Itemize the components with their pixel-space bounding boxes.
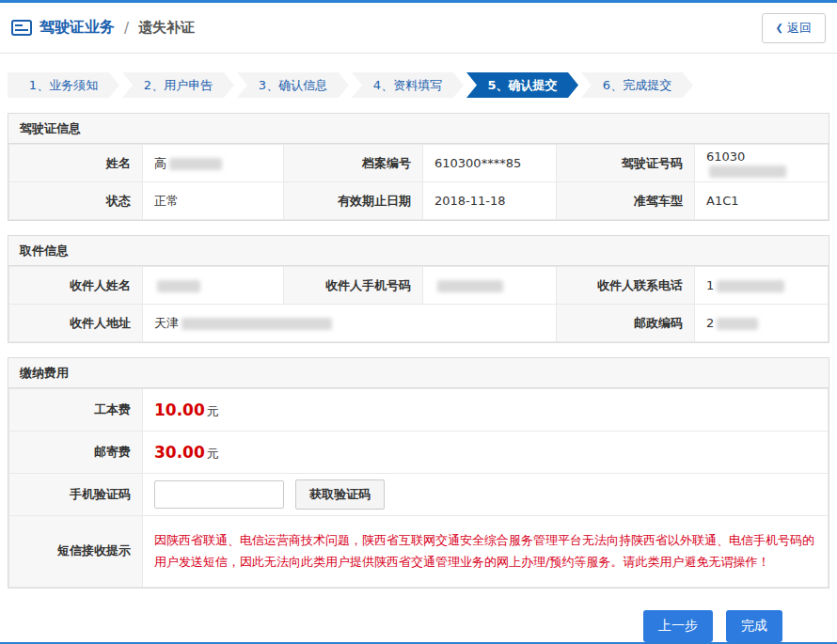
name-value: 高 — [143, 145, 284, 182]
recipient-phone-text: 1 — [706, 278, 714, 292]
page-subtitle: 遗失补证 — [138, 19, 195, 37]
title-separator: / — [124, 20, 129, 37]
sms-code-input[interactable] — [154, 480, 284, 509]
payment-section-title: 缴纳费用 — [8, 358, 829, 388]
license-number-text: 61030 — [706, 149, 745, 164]
postal-code-text: 2 — [706, 316, 714, 330]
breadcrumb: 驾驶证业务 / 遗失补证 — [11, 18, 195, 38]
production-fee-value: 10.00元 — [143, 389, 829, 432]
table-row: 收件人地址 天津 邮政编码 2 — [9, 305, 829, 342]
license-info-table: 姓名 高 档案编号 610300****85 驾驶证号码 61030 状态 正常… — [8, 144, 829, 220]
redacted-text — [717, 280, 784, 292]
payment-section: 缴纳费用 工本费 10.00元 邮寄费 30.00元 手机验证码 获取验证码 短… — [8, 357, 829, 589]
postage-fee-label: 邮寄费 — [9, 432, 143, 474]
sms-notice-text: 因陕西省联通、电信运营商技术问题，陕西省互联网交通安全综合服务管理平台无法向持陕… — [154, 529, 816, 573]
postal-code-label: 邮政编码 — [557, 305, 695, 342]
table-row: 手机验证码 获取验证码 — [9, 474, 829, 516]
step-tab-2[interactable]: 2、用户申告 — [122, 72, 234, 98]
postage-fee-unit: 元 — [207, 447, 219, 461]
step-wizard: 1、业务须知 2、用户申告 3、确认信息 4、资料填写 5、确认提交 6、完成提… — [8, 72, 696, 98]
license-info-section: 驾驶证信息 姓名 高 档案编号 610300****85 驾驶证号码 61030… — [8, 113, 829, 221]
step-tab-6[interactable]: 6、完成提交 — [581, 72, 693, 98]
recipient-name-label: 收件人姓名 — [9, 267, 143, 305]
step-tab-1[interactable]: 1、业务须知 — [8, 72, 119, 98]
payment-table: 工本费 10.00元 邮寄费 30.00元 手机验证码 获取验证码 短信接收提示… — [8, 388, 829, 588]
expiry-label: 有效期止日期 — [284, 182, 423, 220]
sms-code-cell: 获取验证码 — [143, 474, 829, 516]
postage-fee-value: 30.00元 — [143, 432, 829, 474]
name-value-text: 高 — [154, 156, 166, 170]
chevron-left-icon: ❮ — [776, 23, 783, 33]
previous-step-button[interactable]: 上一步 — [643, 610, 713, 642]
file-number-label: 档案编号 — [284, 145, 423, 182]
license-number-value: 61030 — [695, 145, 829, 182]
postal-code-value: 2 — [695, 305, 829, 342]
vehicle-type-value: A1C1 — [695, 182, 829, 220]
redacted-text — [437, 280, 503, 292]
status-value: 正常 — [143, 182, 284, 220]
file-number-value: 610300****85 — [423, 145, 557, 182]
expiry-value: 2018-11-18 — [423, 182, 557, 220]
recipient-address-label: 收件人地址 — [9, 305, 143, 342]
production-fee-label: 工本费 — [9, 389, 143, 432]
table-row: 工本费 10.00元 — [9, 389, 829, 432]
name-label: 姓名 — [9, 145, 143, 182]
pickup-info-section: 取件信息 收件人姓名 收件人手机号码 收件人联系电话 1 收件人地址 天津 — [8, 235, 829, 343]
postage-fee-amount: 30.00 — [154, 443, 205, 462]
redacted-text — [709, 165, 786, 178]
recipient-address-value: 天津 — [143, 305, 557, 342]
sms-code-label: 手机验证码 — [9, 474, 143, 516]
step-tab-4[interactable]: 4、资料填写 — [352, 72, 464, 98]
table-row: 姓名 高 档案编号 610300****85 驾驶证号码 61030 — [9, 145, 829, 182]
sms-notice-cell: 因陕西省联通、电信运营商技术问题，陕西省互联网交通安全综合服务管理平台无法向持陕… — [143, 516, 829, 588]
status-label: 状态 — [9, 182, 143, 220]
redacted-text — [717, 318, 758, 330]
redacted-text — [182, 318, 332, 330]
page-title: 驾驶证业务 — [39, 18, 115, 38]
step-tab-5-active[interactable]: 5、确认提交 — [466, 72, 578, 98]
get-code-button[interactable]: 获取验证码 — [295, 479, 385, 510]
production-fee-unit: 元 — [207, 404, 219, 418]
redacted-text — [157, 280, 200, 292]
recipient-phone-label: 收件人联系电话 — [557, 267, 695, 305]
top-bar: 驾驶证业务 / 遗失补证 ❮ 返回 — [0, 3, 837, 54]
finish-button[interactable]: 完成 — [726, 610, 782, 642]
back-button[interactable]: ❮ 返回 — [762, 13, 826, 43]
vehicle-type-label: 准驾车型 — [557, 182, 695, 220]
recipient-address-text: 天津 — [154, 316, 179, 330]
license-card-icon — [11, 20, 32, 36]
redacted-text — [169, 158, 222, 170]
recipient-mobile-value — [423, 267, 557, 305]
recipient-name-value — [143, 267, 284, 305]
table-row: 短信接收提示 因陕西省联通、电信运营商技术问题，陕西省互联网交通安全综合服务管理… — [9, 516, 829, 588]
pickup-info-table: 收件人姓名 收件人手机号码 收件人联系电话 1 收件人地址 天津 邮政编码 2 — [8, 266, 829, 342]
footer-actions: 上一步 完成 — [0, 603, 837, 642]
table-row: 收件人姓名 收件人手机号码 收件人联系电话 1 — [9, 267, 829, 305]
recipient-phone-value: 1 — [695, 267, 829, 305]
sms-notice-label: 短信接收提示 — [9, 516, 143, 588]
recipient-mobile-label: 收件人手机号码 — [284, 267, 423, 305]
table-row: 状态 正常 有效期止日期 2018-11-18 准驾车型 A1C1 — [9, 182, 829, 220]
back-button-label: 返回 — [787, 20, 812, 37]
pickup-section-title: 取件信息 — [8, 236, 829, 266]
license-number-label: 驾驶证号码 — [557, 145, 695, 182]
production-fee-amount: 10.00 — [154, 401, 205, 419]
step-tab-3[interactable]: 3、确认信息 — [237, 72, 349, 98]
table-row: 邮寄费 30.00元 — [9, 432, 829, 474]
license-section-title: 驾驶证信息 — [8, 114, 829, 144]
